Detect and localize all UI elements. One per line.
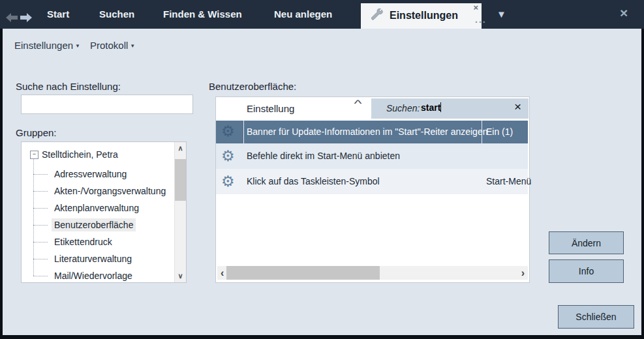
tree-connector (33, 191, 48, 192)
gear-icon: ⚙ (221, 173, 235, 190)
tab-close-icon[interactable]: × (473, 3, 478, 12)
window-border (0, 335, 644, 339)
setting-name: Banner für Update-Informationen im "Star… (247, 126, 487, 137)
table-search-input[interactable]: start (421, 102, 441, 113)
table-search-label: Suchen: (386, 103, 420, 113)
tree-item-etikettendruck[interactable]: Etikettendruck (52, 233, 115, 250)
tree-vertical-scrollbar[interactable]: ∧ ∨ (174, 142, 186, 282)
text-caret (440, 102, 441, 112)
tree-connector (33, 259, 48, 259)
aendern-button[interactable]: Ändern (549, 231, 624, 254)
groups-label: Gruppen: (16, 127, 57, 138)
scroll-right-icon[interactable]: › (521, 266, 525, 280)
tab-start[interactable]: Start (47, 8, 69, 20)
top-tab-bar: Start Suchen Finden & Wissen Neu anlegen… (0, 0, 644, 29)
tree-scrollbar-thumb[interactable] (175, 159, 186, 201)
forward-arrow-icon[interactable] (20, 12, 33, 23)
tree-connector (33, 208, 48, 209)
tree-item-akten-vorgangsverwaltung[interactable]: Akten-/Vorgangsverwaltung (52, 183, 168, 199)
tree-root-item[interactable]: Stelltdichein, Petra (42, 149, 118, 160)
table-horizontal-scrollbar[interactable]: ‹ › (217, 266, 528, 280)
column-separator (243, 121, 244, 143)
wrench-icon (369, 8, 385, 24)
setting-value: Start-Menü (486, 176, 531, 186)
collapse-icon[interactable]: − (30, 151, 38, 159)
scroll-left-icon[interactable]: ‹ (221, 266, 224, 280)
chevron-down-icon: ▼ (75, 43, 80, 49)
settings-table: Einstellung ^ ⚙ Banner für Update-Inform… (215, 96, 530, 283)
search-setting-label: Suche nach Einstellung: (16, 81, 121, 92)
back-arrow-icon[interactable] (5, 12, 18, 23)
setting-name: Befehle direkt im Start-Menü anbieten (247, 151, 400, 161)
benutzeroberflaeche-title: Benutzeroberfläche: (209, 81, 296, 92)
table-search-box[interactable]: Suchen: start × (371, 98, 529, 119)
table-row-taskleisten-symbol[interactable]: ⚙ Klick auf das Taskleisten-Symbol Start… (216, 169, 528, 194)
tab-overflow-dots[interactable]: ... (475, 14, 487, 25)
tab-finden-wissen[interactable]: Finden & Wissen (163, 8, 242, 20)
chevron-down-icon: ▼ (130, 43, 135, 49)
search-close-icon[interactable]: × (514, 100, 521, 114)
table-row-banner-update[interactable]: ⚙ Banner für Update-Informationen im "St… (216, 121, 528, 143)
setting-name: Klick auf das Taskleisten-Symbol (247, 176, 380, 186)
active-tab-label: Einstellungen (390, 10, 458, 22)
tree-item-benutzeroberflaeche-selected[interactable]: Benutzeroberfläche (52, 216, 136, 233)
tree-item-literaturverwaltung[interactable]: Literaturverwaltung (52, 250, 134, 267)
tree-item-mail-wiedervorlage[interactable]: Mail/Wiedervorlage (52, 267, 135, 283)
window-border (0, 29, 3, 339)
menu-protokoll-label: Protokoll (90, 40, 128, 51)
tree-connector (33, 276, 48, 276)
search-setting-input[interactable] (21, 95, 193, 114)
tree-connector (33, 242, 48, 243)
settings-window: Start Suchen Finden & Wissen Neu anlegen… (0, 0, 644, 339)
scroll-up-icon[interactable]: ∧ (175, 144, 186, 153)
tab-dropdown-icon[interactable]: ▼ (497, 8, 506, 20)
groups-tree: − Stelltdichein, Petra Adressverwaltung … (21, 141, 187, 283)
schliessen-button[interactable]: Schließen (558, 305, 634, 329)
close-icon[interactable]: × (620, 5, 628, 21)
tab-suchen[interactable]: Suchen (99, 8, 134, 20)
tree-connector (33, 174, 48, 175)
menu-einstellungen[interactable]: Einstellungen▼ (14, 40, 80, 51)
sort-asc-icon[interactable]: ^ (354, 98, 362, 109)
table-scrollbar-thumb[interactable] (226, 266, 380, 280)
gear-icon: ⚙ (221, 147, 235, 164)
scroll-down-icon[interactable]: ∨ (175, 272, 186, 280)
tree-item-adressverwaltung[interactable]: Adressverwaltung (52, 166, 129, 183)
gear-icon: ⚙ (221, 123, 235, 140)
tree-item-aktenplanverwaltung[interactable]: Aktenplanverwaltung (52, 199, 142, 216)
info-button[interactable]: Info (549, 259, 624, 283)
window-border (641, 29, 644, 339)
tab-neu-anlegen[interactable]: Neu anlegen (274, 8, 332, 20)
menu-protokoll[interactable]: Protokoll▼ (90, 40, 135, 51)
setting-value: Ein (1) (486, 126, 513, 137)
menu-einstellungen-label: Einstellungen (14, 40, 73, 51)
tab-einstellungen-active[interactable]: Einstellungen × (361, 3, 482, 29)
tree-guide-line (33, 158, 34, 276)
tree-connector (33, 225, 48, 226)
column-header-einstellung[interactable]: Einstellung (247, 103, 294, 114)
table-row-befehle-startmenu[interactable]: ⚙ Befehle direkt im Start-Menü anbieten (216, 143, 528, 169)
